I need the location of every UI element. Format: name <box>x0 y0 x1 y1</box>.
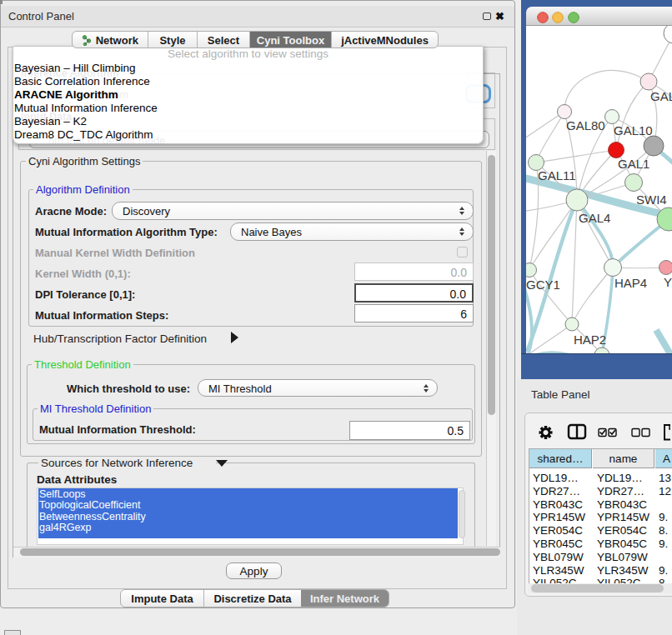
svg-text:GAL10: GAL10 <box>614 123 653 138</box>
svg-text:GAL1: GAL1 <box>618 157 649 171</box>
svg-text:GCY1: GCY1 <box>526 278 560 292</box>
svg-text:SWI4: SWI4 <box>636 192 667 207</box>
svg-text:GAL80: GAL80 <box>566 118 605 132</box>
svg-text:GAL4: GAL4 <box>579 211 610 225</box>
svg-text:GAL7: GAL7 <box>650 89 672 103</box>
svg-text:Y: Y <box>664 275 672 289</box>
svg-text:HAP2: HAP2 <box>574 332 606 347</box>
svg-text:HAP4: HAP4 <box>614 276 647 290</box>
svg-text:GAL11: GAL11 <box>538 168 576 182</box>
